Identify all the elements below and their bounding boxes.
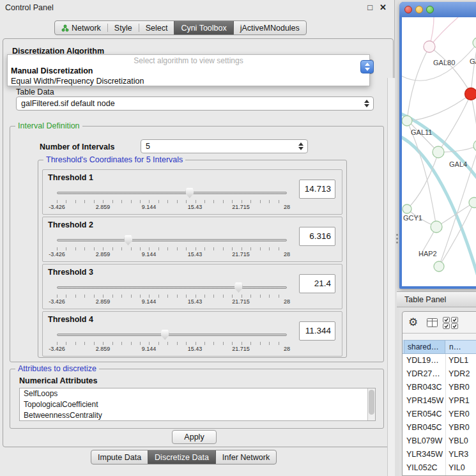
threshold-4-slider-thumb[interactable]: [161, 330, 169, 340]
column-header-name[interactable]: n…: [445, 340, 476, 354]
threshold-4-slider[interactable]: [57, 329, 287, 341]
threshold-3-slider[interactable]: [57, 282, 287, 293]
tick-label: 28: [284, 298, 290, 305]
table-row[interactable]: YBR043CYBR0: [403, 381, 476, 394]
slider-tick-labels: -3.426 2.859 9.144 15.43 21.715 28: [57, 204, 287, 211]
minimize-traffic-light-icon[interactable]: [415, 6, 423, 13]
threshold-2-slider-thumb[interactable]: [124, 235, 132, 245]
tab-impute-data[interactable]: Impute Data: [91, 450, 148, 464]
interval-definition-title: Interval Definition: [15, 121, 82, 130]
tick-label: 9.144: [142, 204, 157, 210]
thresholds-group-title: Threshold's Coordinates for 5 Intervals: [43, 155, 185, 164]
network-node[interactable]: [469, 197, 476, 208]
threshold-2-value-field[interactable]: 6.316: [299, 227, 335, 246]
cell-name: YER0: [449, 410, 470, 418]
numerical-attributes-list[interactable]: SelfLoops TopologicalCoefficient Between…: [19, 388, 376, 421]
dropdown-option-equal-width-frequency[interactable]: Equal Width/Frequency Discretization: [11, 77, 144, 86]
apply-button[interactable]: Apply: [172, 430, 217, 444]
threshold-4-panel: Threshold 4 -3.426 2.859 9.144 15.43 21.…: [42, 311, 342, 357]
tab-network[interactable]: Network: [55, 21, 107, 35]
tab-style[interactable]: Style: [108, 21, 139, 35]
table-row[interactable]: YBL079WYBL0: [403, 434, 476, 448]
cyni-toolbox-panel: Discretization Algorithm Select algorith…: [3, 38, 394, 447]
splitter-grip-icon: [396, 234, 398, 236]
network-node[interactable]: [424, 41, 435, 52]
slider-ticks: [57, 247, 288, 250]
table-row[interactable]: YLR345WYLR3: [403, 448, 476, 461]
threshold-4-label: Threshold 4: [48, 315, 93, 324]
tab-cyni-toolbox[interactable]: Cyni Toolbox: [174, 21, 233, 35]
threshold-1-slider-thumb[interactable]: [185, 188, 194, 198]
cell-name: YDL1: [449, 356, 468, 365]
interval-definition-group: Interval Definition Number of Intervals …: [10, 126, 384, 362]
network-node-label: GCY1: [403, 214, 422, 222]
top-tab-bar: Network Style Select Cyni Toolbox jActiv…: [54, 20, 307, 35]
network-canvas[interactable]: GAL80 GAL1 GAL11 GAL4 GCY1 HAP2: [402, 17, 476, 286]
tick-label: 28: [284, 204, 290, 210]
columns-icon[interactable]: [427, 318, 438, 328]
list-item[interactable]: SelfLoops: [20, 388, 375, 399]
slider-track[interactable]: [57, 286, 287, 289]
network-node-selected[interactable]: [465, 88, 476, 100]
list-item[interactable]: TopologicalCoefficient: [20, 399, 375, 410]
tick-label: -3.426: [49, 251, 65, 257]
network-node[interactable]: [434, 261, 444, 272]
tab-infer-network[interactable]: Infer Network: [216, 450, 276, 464]
slider-track[interactable]: [57, 192, 287, 194]
table-row[interactable]: YDR27…YDR2: [403, 367, 476, 381]
table-row[interactable]: YDL19…YDL1: [403, 354, 476, 367]
threshold-1-value-field[interactable]: 14.713: [299, 180, 335, 199]
threshold-4-value-field[interactable]: 11.344: [299, 321, 335, 341]
table-row[interactable]: YER054CYER0: [403, 408, 476, 421]
network-node[interactable]: [403, 204, 411, 213]
cell-name: YBR0: [449, 383, 470, 392]
cell-name: YBR0: [449, 423, 470, 432]
dropdown-option-manual-discretization[interactable]: Manual Discretization: [11, 66, 93, 75]
tab-impute-data-label: Impute Data: [98, 453, 141, 462]
gear-icon[interactable]: ⚙: [408, 316, 418, 329]
network-node-label: GAL4: [449, 160, 467, 168]
list-scrollbar[interactable]: [367, 388, 375, 420]
network-window-titlebar[interactable]: [399, 2, 476, 17]
tab-jactivemodules[interactable]: jActiveMNodules: [234, 21, 306, 35]
dropdown-stepper-icon[interactable]: [360, 60, 374, 73]
tick-label: 15.43: [188, 346, 203, 352]
table-row[interactable]: YBR045CYBR0: [403, 421, 476, 434]
tick-label: -3.426: [49, 346, 65, 352]
network-node[interactable]: [473, 140, 476, 151]
network-node[interactable]: [433, 146, 444, 158]
number-of-intervals-dropdown[interactable]: 5: [141, 139, 308, 153]
slider-ticks: [57, 200, 288, 203]
float-window-icon[interactable]: □: [367, 3, 372, 12]
network-node[interactable]: [402, 116, 412, 126]
close-traffic-light-icon[interactable]: [404, 6, 412, 13]
table-data-dropdown[interactable]: galFiltered.sif default node: [16, 96, 374, 111]
threshold-2-slider[interactable]: [57, 234, 287, 246]
cell-shared-name: YER054C: [406, 410, 442, 418]
list-scrollbar-thumb[interactable]: [369, 390, 374, 415]
dropdown-placeholder: Select algorithm to view settings: [8, 56, 369, 65]
cell-shared-name: YBR043C: [406, 383, 442, 392]
slider-track[interactable]: [57, 334, 287, 336]
table-row[interactable]: YPR145WYPR1: [403, 394, 476, 408]
close-icon[interactable]: ✕: [380, 3, 387, 12]
network-node[interactable]: [431, 221, 442, 233]
threshold-3-slider-thumb[interactable]: [234, 282, 243, 293]
slider-track[interactable]: [57, 239, 287, 242]
network-node[interactable]: [473, 38, 476, 48]
tab-select[interactable]: Select: [139, 21, 174, 35]
threshold-3-label: Threshold 3: [48, 268, 93, 277]
threshold-1-slider[interactable]: [57, 187, 287, 199]
column-header-shared-name[interactable]: shared…: [404, 340, 445, 354]
list-item[interactable]: BetweennessCentrality: [20, 410, 375, 421]
panel-splitter[interactable]: [395, 0, 399, 476]
table-row[interactable]: YIL052CYIL0: [403, 461, 476, 475]
threshold-3-value-field[interactable]: 21.4: [299, 274, 335, 293]
panel-title: Control Panel: [5, 3, 54, 12]
zoom-traffic-light-icon[interactable]: [426, 6, 434, 13]
select-columns-icon[interactable]: [443, 317, 459, 330]
number-of-intervals-value: 5: [146, 142, 150, 151]
tick-label: 2.859: [96, 346, 111, 352]
tab-discretize-data[interactable]: Discretize Data: [148, 450, 216, 464]
tick-label: -3.426: [49, 298, 65, 305]
